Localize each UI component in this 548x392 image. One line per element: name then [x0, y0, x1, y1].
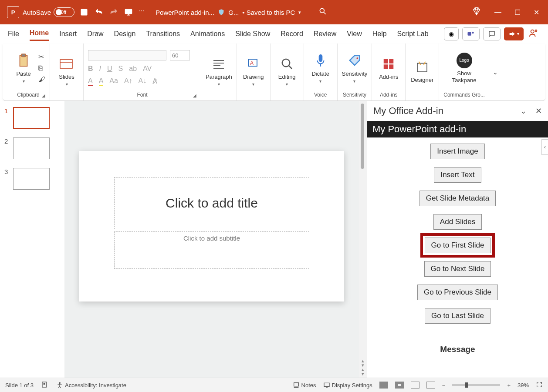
fit-to-window-button[interactable] [536, 381, 543, 389]
format-painter-icon[interactable]: 🖌 [38, 76, 45, 84]
undo-icon[interactable] [95, 8, 103, 17]
scrollbar-thumb[interactable] [361, 104, 364, 169]
italic-button[interactable]: I [99, 65, 101, 73]
char-spacing-button[interactable]: AV [143, 65, 152, 73]
launcher-icon[interactable]: ◢ [193, 93, 196, 98]
highlight-button[interactable]: A [99, 77, 104, 86]
tab-home[interactable]: Home [30, 27, 49, 41]
diamond-icon[interactable] [472, 7, 481, 18]
zoom-out-button[interactable]: − [442, 382, 446, 389]
go-to-first-slide-button[interactable]: Go to First Slide [425, 238, 491, 253]
launcher-icon[interactable]: ◢ [42, 93, 45, 98]
dictate-button[interactable]: Dictate▾ [308, 53, 333, 84]
tab-record[interactable]: Record [281, 27, 303, 40]
copy-icon[interactable]: ⎘ [38, 64, 45, 72]
slideshow-view-button[interactable] [426, 382, 435, 389]
grow-font-button[interactable]: A↑ [124, 77, 132, 86]
tab-transitions[interactable]: Transitions [146, 27, 180, 40]
slide-canvas-area[interactable]: Click to add title Click to add subtitle [64, 101, 359, 378]
change-case-button[interactable]: Aa [109, 77, 118, 86]
insert-text-button[interactable]: Insert Text [434, 167, 481, 183]
taskpane-side-tab[interactable]: ‹ [541, 139, 548, 155]
present-icon[interactable] [124, 8, 133, 17]
add-slides-button[interactable]: Add Slides [433, 214, 482, 230]
thumbnail-slide-2[interactable]: 2 [4, 137, 60, 159]
minimize-button[interactable]: — [494, 8, 501, 16]
show-taskpane-button[interactable]: Logo ShowTaskpane [452, 53, 477, 84]
zoom-in-button[interactable]: + [507, 382, 511, 389]
go-to-next-slide-button[interactable]: Go to Next Slide [424, 261, 491, 277]
tab-review[interactable]: Review [314, 27, 336, 40]
redo-icon[interactable] [109, 8, 118, 17]
clear-format-button[interactable]: A̷ [152, 77, 157, 86]
notes-button[interactable]: Notes [293, 382, 316, 389]
get-slide-metadata-button[interactable]: Get Slide Metadata [419, 191, 496, 206]
tab-design[interactable]: Design [114, 27, 136, 40]
font-name-dropdown[interactable] [88, 50, 166, 60]
zoom-level[interactable]: 39% [518, 382, 529, 389]
taskpane-menu-icon[interactable]: ⌄ [520, 106, 527, 116]
vertical-scrollbar[interactable]: ▴▾▴▾ [359, 101, 367, 378]
save-status[interactable]: • Saved to this PC [242, 9, 295, 16]
maximize-button[interactable]: ☐ [514, 8, 521, 17]
tab-animations[interactable]: Animations [190, 27, 225, 40]
teams-tool-button[interactable] [462, 27, 480, 40]
slide-nav-arrows[interactable]: ▴▾▴▾ [359, 358, 367, 376]
qat-more-icon[interactable]: ⋯ [139, 8, 148, 17]
title-dropdown-icon[interactable]: ▾ [298, 10, 301, 15]
search-button[interactable] [318, 7, 327, 17]
close-button[interactable]: ✕ [534, 8, 539, 17]
record-tool-button[interactable]: ◉ [444, 27, 459, 40]
zoom-slider-thumb[interactable] [465, 382, 468, 388]
shadow-button[interactable]: S [118, 65, 123, 73]
tab-draw[interactable]: Draw [87, 27, 103, 40]
strike-button[interactable]: ab [129, 65, 137, 73]
font-color-button[interactable]: A [88, 77, 93, 86]
zoom-slider[interactable] [452, 384, 500, 386]
underline-button[interactable]: U [107, 65, 112, 73]
autosave-control[interactable]: AutoSave Off [23, 7, 74, 17]
tab-help[interactable]: Help [372, 27, 387, 40]
tab-slide-show[interactable]: Slide Show [235, 27, 270, 40]
collab-icon[interactable] [527, 27, 540, 41]
spellcheck-icon[interactable] [41, 381, 48, 389]
thumbnail-slide-1[interactable]: 1 [4, 107, 60, 129]
go-to-last-slide-button[interactable]: Go to Last Slide [425, 308, 490, 324]
tab-insert[interactable]: Insert [59, 27, 77, 40]
normal-view-button[interactable] [379, 382, 388, 389]
accessibility-status[interactable]: Accessibility: Investigate [56, 382, 126, 389]
bold-button[interactable]: B [88, 65, 93, 73]
taskpane-close-icon[interactable]: ✕ [535, 106, 542, 116]
share-button[interactable]: ▾ [504, 27, 524, 40]
subtitle-placeholder[interactable]: Click to add subtitle [114, 231, 309, 269]
go-to-previous-slide-button[interactable]: Go to Previous Slide [417, 285, 498, 300]
reading-view-button[interactable] [411, 382, 419, 389]
paragraph-button[interactable]: Paragraph▾ [206, 56, 232, 87]
editing-button[interactable]: Editing▾ [275, 56, 299, 87]
slides-button[interactable]: Slides ▾ [54, 56, 79, 87]
save-icon[interactable] [80, 8, 88, 17]
slide[interactable]: Click to add title Click to add subtitle [79, 151, 344, 302]
comments-tool-button[interactable] [483, 27, 501, 40]
shrink-font-button[interactable]: A↓ [139, 77, 147, 86]
paste-button[interactable]: Paste ▾ [11, 53, 36, 84]
font-size-dropdown[interactable]: 60 [170, 50, 190, 60]
sorter-view-button[interactable] [395, 382, 404, 389]
addins-button[interactable]: Add-ins [376, 56, 401, 80]
autosave-toggle[interactable]: Off [54, 7, 74, 17]
svg-point-6 [531, 30, 534, 33]
drawing-button[interactable]: A Drawing▾ [241, 56, 266, 87]
sensitivity-button[interactable]: Sensitivity▾ [342, 53, 368, 84]
cut-icon[interactable]: ✂ [38, 53, 45, 61]
tab-file[interactable]: File [8, 27, 19, 40]
insert-image-button[interactable]: Insert Image [430, 144, 485, 159]
tab-script-lab[interactable]: Script Lab [397, 27, 429, 40]
thumbnail-slide-3[interactable]: 3 [4, 168, 60, 190]
display-settings-button[interactable]: Display Settings [323, 382, 372, 389]
ribbon-collapse-button[interactable]: ⌄ [489, 69, 501, 76]
slide-counter[interactable]: Slide 1 of 3 [5, 382, 34, 389]
title-placeholder[interactable]: Click to add title [114, 177, 309, 229]
ribbon-group-commands: Logo ShowTaskpane Commands Gro... [439, 44, 489, 101]
designer-button[interactable]: Designer [410, 59, 434, 83]
tab-view[interactable]: View [347, 27, 362, 40]
